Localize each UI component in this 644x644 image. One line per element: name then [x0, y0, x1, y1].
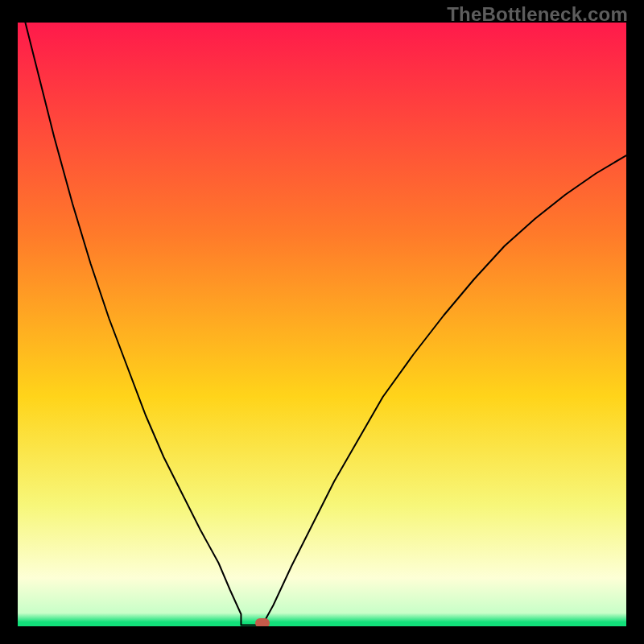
- bottleneck-curve: [18, 23, 626, 626]
- plot-area: [18, 23, 626, 626]
- watermark-text: TheBottleneck.com: [447, 3, 628, 26]
- chart-frame: TheBottleneck.com: [0, 0, 644, 644]
- minimum-marker: [255, 618, 270, 627]
